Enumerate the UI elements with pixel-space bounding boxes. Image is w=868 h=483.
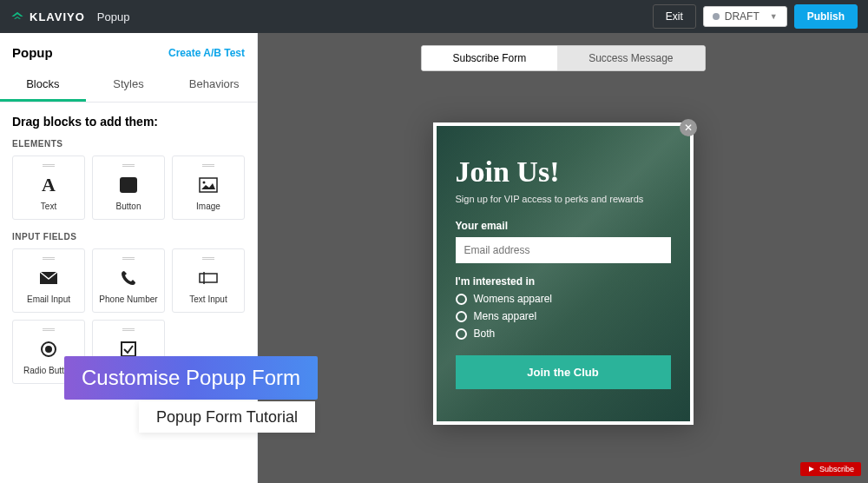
radio-icon (40, 340, 57, 359)
status-dropdown[interactable]: DRAFT ▼ (703, 6, 787, 27)
page-title: Popup (97, 10, 130, 23)
block-text-input[interactable]: Text Input (172, 248, 245, 313)
block-phone-input[interactable]: Phone Number (92, 248, 165, 313)
create-ab-test-link[interactable]: Create A/B Test (168, 47, 245, 59)
sidebar-title: Popup (12, 45, 53, 60)
image-icon (199, 175, 218, 195)
block-text[interactable]: AText (12, 155, 85, 220)
tutorial-subtitle: Popup Form Tutorial (139, 401, 315, 433)
tutorial-banner: Customise Popup Form (64, 356, 318, 400)
email-label: Your email (456, 220, 671, 232)
popup-heading: Join Us! (456, 155, 671, 189)
interest-label: I'm interested in (456, 275, 671, 288)
step-subscribe-form[interactable]: Subscribe Form (421, 46, 557, 70)
publish-button[interactable]: Publish (794, 4, 858, 29)
email-field[interactable] (456, 237, 671, 263)
sidebar-tabs: Blocks Styles Behaviors (0, 69, 257, 103)
brand-name: KLAVIYO (30, 10, 85, 23)
popup-preview[interactable]: ✕ Join Us! Sign up for VIP access to per… (433, 122, 694, 425)
svg-point-1 (203, 182, 206, 184)
button-icon (120, 175, 137, 195)
radio-option[interactable]: Both (456, 328, 671, 340)
close-icon[interactable]: ✕ (680, 119, 697, 136)
radio-option[interactable]: Mens apparel (456, 310, 671, 322)
radio-option[interactable]: Womens apparel (456, 293, 671, 305)
youtube-icon (807, 466, 816, 473)
phone-icon (121, 268, 136, 288)
tab-blocks[interactable]: Blocks (0, 69, 86, 102)
email-icon (39, 268, 58, 288)
join-club-button[interactable]: Join the Club (456, 355, 671, 389)
svg-rect-0 (200, 178, 217, 192)
drag-hint: Drag blocks to add them: (12, 115, 245, 129)
section-inputs-label: INPUT FIELDS (12, 232, 245, 242)
svg-rect-7 (122, 342, 135, 356)
tab-styles[interactable]: Styles (86, 69, 172, 102)
svg-point-6 (45, 346, 52, 353)
youtube-subscribe-button[interactable]: Subscribe (800, 462, 861, 476)
step-success-message[interactable]: Success Message (557, 46, 704, 70)
top-bar: KLAVIYO Popup Exit DRAFT ▼ Publish (0, 0, 868, 33)
brand-logo: KLAVIYO (10, 10, 85, 23)
tab-behaviors[interactable]: Behaviors (171, 69, 257, 102)
exit-button[interactable]: Exit (653, 4, 696, 29)
text-input-icon (199, 268, 218, 288)
section-elements-label: ELEMENTS (12, 139, 245, 149)
chevron-down-icon: ▼ (770, 12, 778, 21)
block-button[interactable]: Button (92, 155, 165, 220)
form-step-tabs: Subscribe Form Success Message (420, 45, 705, 71)
block-email-input[interactable]: Email Input (12, 248, 85, 313)
canvas: Subscribe Form Success Message ✕ Join Us… (258, 33, 868, 483)
status-dot-icon (713, 13, 720, 20)
block-image[interactable]: Image (172, 155, 245, 220)
status-label: DRAFT (725, 10, 760, 23)
popup-subheading: Sign up for VIP access to perks and rewa… (456, 194, 671, 204)
klaviyo-logo-icon (10, 10, 24, 23)
text-icon: A (42, 175, 56, 195)
svg-rect-3 (200, 274, 217, 282)
